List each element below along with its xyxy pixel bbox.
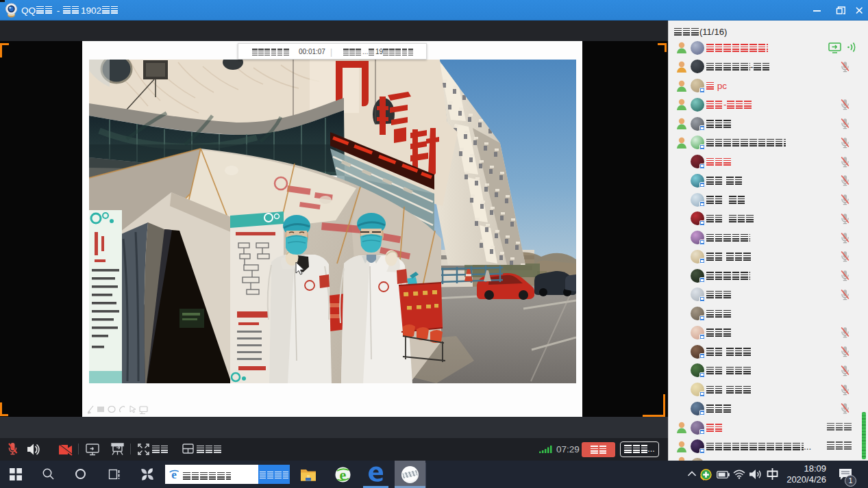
svg-text:e: e [171, 468, 177, 480]
